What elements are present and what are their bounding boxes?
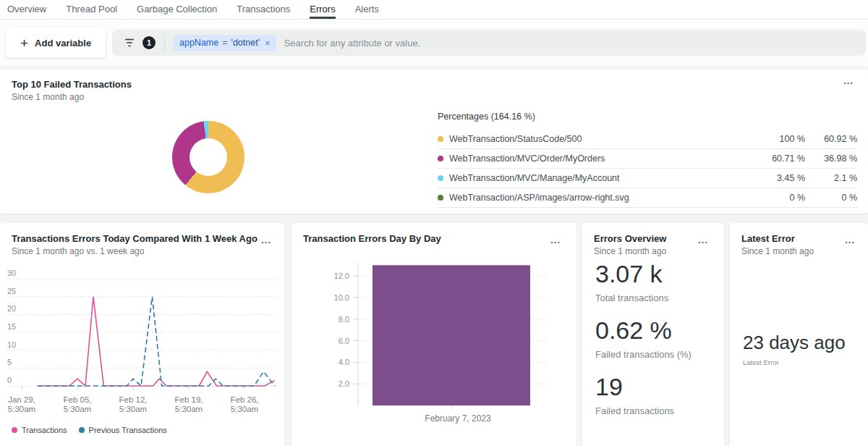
- chip-value: 'dotnet': [231, 38, 260, 48]
- x-tick-label: Feb 19,5:30am: [175, 395, 203, 414]
- panel-menu-icon[interactable]: ...: [845, 235, 855, 245]
- svg-text:4.0: 4.0: [339, 358, 349, 366]
- svg-text:30: 30: [7, 269, 16, 277]
- legend-pct-a: 100 %: [753, 134, 805, 144]
- stat-failed-count-value: 19: [595, 372, 692, 401]
- donut-hole: [190, 138, 227, 176]
- filter-icon: [124, 38, 135, 48]
- svg-text:8.0: 8.0: [339, 315, 349, 324]
- svg-text:20: 20: [7, 304, 16, 313]
- legend-item-label: Transactions: [22, 426, 67, 434]
- svg-text:15: 15: [7, 322, 16, 331]
- pie-legend: Percentages (164.16 %) WebTransaction/St…: [438, 112, 857, 208]
- line-chart-svg[interactable]: 051015202530: [0, 261, 284, 395]
- search-placeholder[interactable]: Search for any attribute or value.: [284, 38, 421, 49]
- latest-error-value: 23 days ago: [743, 332, 846, 354]
- pie-legend-header: Percentages (164.16 %): [438, 112, 857, 122]
- line-legend: TransactionsPrevious Transactions: [12, 426, 167, 434]
- chip-field: appName: [179, 38, 218, 48]
- panel-title: Top 10 Failed Transactions: [12, 79, 132, 90]
- x-tick-label: Jan 29,5:30am: [8, 395, 35, 414]
- panel-subtitle: Since 1 month ago: [741, 246, 814, 256]
- filter-search-bar[interactable]: 1 appName = 'dotnet' × Search for any at…: [112, 30, 866, 56]
- legend-pct-b: 60.92 %: [805, 134, 857, 144]
- panel-transaction-errors-day-by-day: Transaction Errors Day By Day ... 2.04.0…: [292, 223, 576, 446]
- panel-menu-icon[interactable]: ...: [550, 235, 561, 245]
- svg-text:10.0: 10.0: [334, 293, 349, 302]
- tab-bar: OverviewThread PoolGarbage CollectionTra…: [0, 0, 868, 20]
- stat-total-transactions-label: Total transactions: [595, 293, 692, 303]
- legend-dot-icon: [438, 175, 443, 181]
- panel-transactions-errors-compared: Transactions Errors Today Compared With …: [0, 223, 284, 446]
- filter-count-badge: 1: [142, 36, 156, 49]
- panel-title: Transactions Errors Today Compared With …: [12, 233, 258, 244]
- panel-subtitle: Since 1 month ago vs. 1 week ago: [12, 246, 258, 256]
- tab-overview[interactable]: Overview: [7, 0, 46, 19]
- panel-subtitle: Since 1 month ago: [594, 246, 666, 256]
- svg-text:12.0: 12.0: [334, 272, 349, 280]
- panel-menu-icon[interactable]: ...: [261, 235, 271, 245]
- tab-alerts[interactable]: Alerts: [355, 0, 379, 19]
- panel-top10-failed-transactions: Top 10 Failed Transactions Since 1 month…: [0, 70, 868, 214]
- legend-item-previous-transactions[interactable]: Previous Transactions: [79, 426, 167, 434]
- add-variable-label: Add variable: [35, 38, 91, 49]
- legend-row[interactable]: WebTransaction/MVC/Manage/MyAccount3.45 …: [438, 169, 857, 188]
- add-variable-button[interactable]: + Add variable: [6, 28, 106, 58]
- legend-item-label: Previous Transactions: [89, 426, 167, 434]
- donut-chart[interactable]: [172, 121, 244, 193]
- svg-text:5: 5: [7, 358, 12, 366]
- legend-row[interactable]: WebTransaction/ASP/images/arrow-right.sv…: [438, 188, 857, 208]
- billboard-stats: 3.07 k Total transactions 0.62 % Failed …: [595, 259, 692, 429]
- tab-transactions[interactable]: Transactions: [237, 0, 290, 19]
- chip-close-icon[interactable]: ×: [265, 38, 271, 49]
- panel-subtitle: Since 1 month ago: [12, 92, 132, 102]
- panel-latest-error: Latest Error Since 1 month ago ... 23 da…: [730, 223, 868, 446]
- x-tick-label: Feb 05,5:30am: [64, 395, 92, 414]
- panel-title: Transaction Errors Day By Day: [303, 233, 441, 244]
- panel-title: Latest Error: [741, 233, 814, 244]
- legend-pct-a: 3.45 %: [753, 173, 805, 183]
- legend-dot-icon: [79, 427, 85, 433]
- svg-text:25: 25: [7, 287, 16, 295]
- tab-garbage-collection[interactable]: Garbage Collection: [137, 0, 217, 19]
- svg-text:0: 0: [7, 376, 12, 384]
- legend-pct-b: 36.98 %: [805, 153, 857, 164]
- stat-total-transactions-value: 3.07 k: [595, 259, 692, 288]
- panel-menu-icon[interactable]: ...: [843, 75, 854, 86]
- tab-thread-pool[interactable]: Thread Pool: [66, 0, 117, 19]
- panel-menu-icon[interactable]: ...: [698, 235, 708, 245]
- legend-pct-a: 60.71 %: [753, 153, 805, 164]
- legend-item-transactions[interactable]: Transactions: [12, 426, 67, 434]
- dashboard: OverviewThread PoolGarbage CollectionTra…: [0, 0, 868, 446]
- chip-operator: =: [222, 38, 227, 48]
- divider: [164, 35, 165, 51]
- legend-row[interactable]: WebTransaction/MVC/Order/MyOrders60.71 %…: [438, 149, 857, 169]
- legend-dot-icon: [438, 195, 443, 201]
- plus-icon: +: [20, 36, 28, 50]
- svg-text:2.0: 2.0: [339, 379, 349, 388]
- legend-pct-b: 0 %: [805, 193, 857, 203]
- x-tick-label: Feb 12,5:30am: [119, 395, 148, 414]
- svg-text:10: 10: [7, 340, 16, 349]
- legend-pct-b: 2.1 %: [805, 173, 857, 183]
- legend-name: WebTransaction/MVC/Manage/MyAccount: [449, 173, 753, 183]
- legend-name: WebTransaction/MVC/Order/MyOrders: [449, 153, 753, 164]
- panel-errors-overview: Errors Overview Since 1 month ago ... 3.…: [582, 223, 724, 446]
- svg-text:February 7, 2023: February 7, 2023: [425, 413, 491, 424]
- latest-error-stat: 23 days ago Latest Error: [743, 332, 846, 366]
- legend-dot-icon: [438, 136, 443, 142]
- filter-strip: + Add variable 1 appName = 'dotnet' × Se…: [0, 20, 868, 66]
- filter-chip-appname[interactable]: appName = 'dotnet' ×: [174, 35, 276, 51]
- legend-name: WebTransaction/StatusCode/500: [449, 134, 753, 144]
- pie-legend-rows: WebTransaction/StatusCode/500100 %60.92 …: [438, 130, 857, 208]
- legend-row[interactable]: WebTransaction/StatusCode/500100 %60.92 …: [438, 130, 857, 149]
- x-tick-label: Feb 26,5:30am: [231, 395, 259, 414]
- latest-error-label: Latest Error: [743, 358, 846, 366]
- tab-errors[interactable]: Errors: [310, 0, 335, 19]
- stat-failed-pct-label: Failed transactions (%): [595, 349, 692, 360]
- line-x-labels: Jan 29,5:30amFeb 05,5:30amFeb 12,5:30amF…: [0, 395, 284, 417]
- panel-title: Errors Overview: [594, 233, 666, 244]
- legend-pct-a: 0 %: [753, 193, 805, 203]
- bar-chart-svg[interactable]: 2.04.06.08.010.012.0February 7, 2023: [292, 259, 576, 433]
- legend-dot-icon: [438, 156, 443, 161]
